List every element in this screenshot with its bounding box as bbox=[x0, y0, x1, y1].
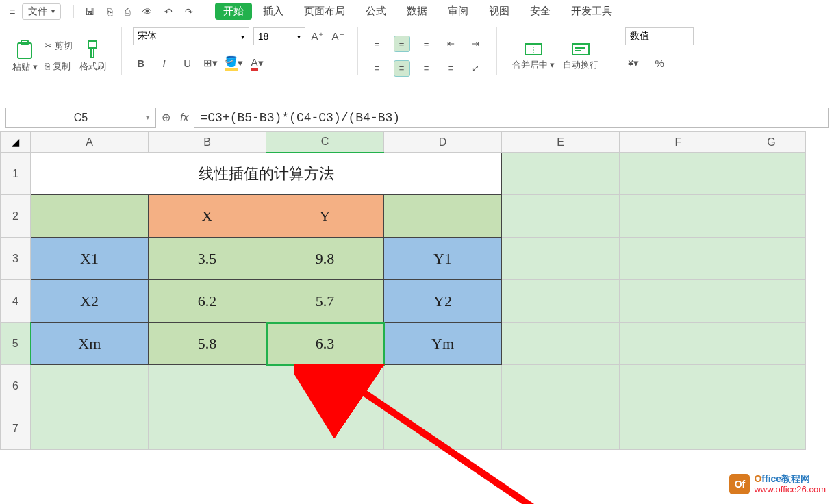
cell-A4[interactable]: X2 bbox=[31, 280, 149, 323]
col-header-G[interactable]: G bbox=[737, 132, 806, 153]
cell-A5[interactable]: Xm bbox=[31, 323, 149, 365]
row-header-1[interactable]: 1 bbox=[1, 153, 31, 195]
col-header-A[interactable]: A bbox=[31, 132, 149, 153]
row-header-7[interactable]: 7 bbox=[1, 407, 31, 450]
tab-formula[interactable]: 公式 bbox=[356, 2, 396, 21]
italic-button[interactable]: I bbox=[156, 55, 173, 71]
fx-icon[interactable]: fx bbox=[180, 112, 188, 124]
tab-data[interactable]: 数据 bbox=[397, 2, 437, 21]
align-center-icon[interactable]: ≡ bbox=[394, 60, 410, 77]
cell-E4[interactable] bbox=[502, 280, 620, 323]
formula-input[interactable]: =C3+(B5-B3)*(C4-C3)/(B4-B3) bbox=[194, 108, 829, 128]
indent-decrease-icon[interactable]: ⇤ bbox=[443, 36, 459, 52]
cell-F3[interactable] bbox=[620, 238, 737, 280]
currency-icon[interactable]: ¥▾ bbox=[625, 55, 642, 71]
format-painter-button[interactable]: 格式刷 bbox=[75, 29, 110, 84]
cell-C2[interactable]: Y bbox=[266, 195, 384, 238]
col-header-F[interactable]: F bbox=[620, 132, 737, 153]
redo-icon[interactable]: ↷ bbox=[179, 3, 199, 20]
cell-B2[interactable]: X bbox=[149, 195, 266, 238]
cell-C5-selected[interactable]: 6.3 bbox=[266, 323, 384, 365]
cell-G7[interactable] bbox=[737, 407, 806, 450]
cell-E2[interactable] bbox=[502, 195, 620, 238]
merge-button[interactable]: 合并居中 ▾ bbox=[508, 29, 559, 84]
align-justify-icon[interactable]: ≡ bbox=[443, 60, 459, 77]
cell-F6[interactable] bbox=[620, 365, 737, 407]
underline-button[interactable]: U bbox=[179, 55, 196, 71]
grid[interactable]: ◢ A B C D E F G 1 线性插值的计算方法 2 X Y 3 X1 3… bbox=[0, 131, 806, 450]
bold-button[interactable]: B bbox=[133, 55, 149, 71]
cell-D3[interactable]: Y1 bbox=[384, 238, 502, 280]
expand-icon[interactable]: ⊕ bbox=[162, 111, 170, 124]
cell-A3[interactable]: X1 bbox=[31, 238, 149, 280]
cell-E3[interactable] bbox=[502, 238, 620, 280]
cell-G1[interactable] bbox=[737, 153, 806, 195]
tab-dev[interactable]: 开发工具 bbox=[561, 2, 622, 21]
hamburger-icon[interactable]: ≡ bbox=[4, 3, 21, 20]
fill-color-button[interactable]: 🪣▾ bbox=[226, 55, 242, 71]
decrease-font-icon[interactable]: A⁻ bbox=[330, 28, 346, 45]
copy-button[interactable]: ⎘ 复制 bbox=[42, 59, 75, 74]
save-icon[interactable]: 🖫 bbox=[79, 3, 100, 20]
number-format-select[interactable]: 数值 bbox=[625, 27, 694, 45]
cell-F2[interactable] bbox=[620, 195, 737, 238]
cell-A7[interactable] bbox=[31, 407, 149, 450]
font-size-select[interactable]: 18▾ bbox=[253, 27, 305, 45]
col-header-B[interactable]: B bbox=[149, 132, 266, 153]
cell-C4[interactable]: 5.7 bbox=[266, 280, 384, 323]
select-all-corner[interactable]: ◢ bbox=[1, 132, 31, 153]
cell-D4[interactable]: Y2 bbox=[384, 280, 502, 323]
cell-D7[interactable] bbox=[384, 407, 502, 450]
cell-E7[interactable] bbox=[502, 407, 620, 450]
font-color-button[interactable]: A▾ bbox=[249, 55, 266, 71]
cell-D6[interactable] bbox=[384, 365, 502, 407]
align-left-icon[interactable]: ≡ bbox=[369, 60, 386, 77]
cut-button[interactable]: ✂ 剪切 bbox=[42, 38, 75, 53]
tab-review[interactable]: 审阅 bbox=[438, 2, 478, 21]
save-as-icon[interactable]: ⎘ bbox=[101, 3, 118, 20]
tab-start[interactable]: 开始 bbox=[215, 3, 252, 20]
undo-icon[interactable]: ↶ bbox=[159, 3, 178, 20]
indent-increase-icon[interactable]: ⇥ bbox=[468, 36, 484, 52]
cell-A6[interactable] bbox=[31, 365, 149, 407]
cell-F1[interactable] bbox=[620, 153, 737, 195]
cell-G2[interactable] bbox=[737, 195, 806, 238]
cell-B4[interactable]: 6.2 bbox=[149, 280, 266, 323]
cell-C6[interactable] bbox=[266, 365, 384, 407]
border-button[interactable]: ⊞▾ bbox=[203, 55, 219, 71]
cell-D5[interactable]: Ym bbox=[384, 323, 502, 365]
paste-button[interactable]: 粘贴 ▾ bbox=[8, 29, 42, 84]
cell-F5[interactable] bbox=[620, 323, 737, 365]
row-header-6[interactable]: 6 bbox=[1, 365, 31, 407]
percent-icon[interactable]: % bbox=[651, 55, 668, 71]
cell-G4[interactable] bbox=[737, 280, 806, 323]
align-bottom-icon[interactable]: ≡ bbox=[418, 36, 435, 52]
row-header-2[interactable]: 2 bbox=[1, 195, 31, 238]
cell-B7[interactable] bbox=[149, 407, 266, 450]
cell-G3[interactable] bbox=[737, 238, 806, 280]
cell-A2[interactable] bbox=[31, 195, 149, 238]
font-name-select[interactable]: 宋体▾ bbox=[133, 27, 249, 45]
file-menu[interactable]: 文件 ▾ bbox=[22, 3, 61, 20]
cell-E1[interactable] bbox=[502, 153, 620, 195]
tab-view[interactable]: 视图 bbox=[479, 2, 519, 21]
col-header-C[interactable]: C bbox=[266, 132, 384, 153]
row-header-5[interactable]: 5 bbox=[1, 323, 31, 365]
cell-F4[interactable] bbox=[620, 280, 737, 323]
align-top-icon[interactable]: ≡ bbox=[369, 36, 386, 52]
row-header-4[interactable]: 4 bbox=[1, 280, 31, 323]
cell-C3[interactable]: 9.8 bbox=[266, 238, 384, 280]
cell-title[interactable]: 线性插值的计算方法 bbox=[31, 153, 502, 195]
cell-B6[interactable] bbox=[149, 365, 266, 407]
cell-B3[interactable]: 3.5 bbox=[149, 238, 266, 280]
print-icon[interactable]: ⎙ bbox=[119, 3, 136, 20]
cell-D2[interactable] bbox=[384, 195, 502, 238]
increase-font-icon[interactable]: A⁺ bbox=[309, 28, 326, 45]
orientation-icon[interactable]: ⤢ bbox=[468, 60, 484, 77]
tab-insert[interactable]: 插入 bbox=[253, 2, 293, 21]
cell-E5[interactable] bbox=[502, 323, 620, 365]
align-right-icon[interactable]: ≡ bbox=[418, 60, 435, 77]
col-header-D[interactable]: D bbox=[384, 132, 502, 153]
align-middle-icon[interactable]: ≡ bbox=[394, 36, 410, 52]
cell-F7[interactable] bbox=[620, 407, 737, 450]
